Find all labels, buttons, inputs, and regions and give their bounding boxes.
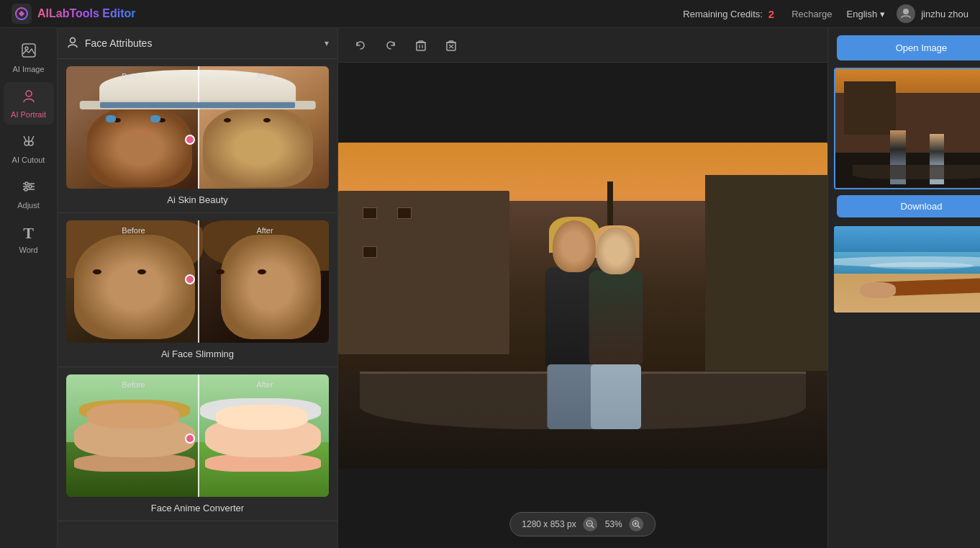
svg-point-12 xyxy=(29,185,32,188)
ai-portrait-icon xyxy=(21,88,37,107)
divider-handle xyxy=(185,135,195,145)
divider-handle xyxy=(185,274,195,284)
face-attributes-dropdown[interactable]: Face Attributes xyxy=(85,37,319,49)
anime-converter-title: Face Anime Converter xyxy=(66,503,329,513)
sidebar-item-label: Word xyxy=(19,246,37,254)
face-attributes-icon xyxy=(66,35,79,51)
svg-point-2 xyxy=(903,9,909,14)
svg-point-14 xyxy=(71,38,76,43)
tool-panel: Face Attributes ▾ Before After xyxy=(58,28,338,548)
sidebar-item-label: AI Image xyxy=(12,65,44,73)
panel-right: Open Image Download xyxy=(827,28,980,548)
download-button[interactable]: Download xyxy=(837,195,980,217)
divider-line xyxy=(198,374,199,497)
canvas-area: 1280 x 853 px 53% xyxy=(338,28,827,548)
logo: AILabTools Editor xyxy=(12,4,136,24)
feature-card-face-slimming[interactable]: Before After xyxy=(58,213,337,367)
sidebar-item-label: Adjust xyxy=(17,201,40,210)
sidebar-item-label: AI Portrait xyxy=(11,110,46,119)
word-icon: T xyxy=(23,224,34,243)
sidebar-item-adjust[interactable]: Adjust xyxy=(4,173,54,215)
tool-panel-header: Face Attributes ▾ xyxy=(58,28,337,59)
thumbnail-2-preview xyxy=(834,226,980,313)
sidebar-item-ai-portrait[interactable]: AI Portrait xyxy=(4,82,54,125)
credits-display: Remaining Credits: 2 xyxy=(683,8,774,20)
undo-button[interactable] xyxy=(350,35,371,56)
language-selector[interactable]: English ▾ xyxy=(847,9,886,19)
zoom-in-button[interactable] xyxy=(630,517,644,531)
ai-image-icon xyxy=(21,42,37,62)
feature-card-anime-converter[interactable]: Before After xyxy=(58,367,337,521)
sidebar-item-word[interactable]: T Word xyxy=(4,218,54,260)
sidebar-item-label: AI Cutout xyxy=(12,156,45,164)
svg-point-4 xyxy=(25,47,28,50)
svg-rect-3 xyxy=(22,44,35,57)
logo-text: AILabTools Editor xyxy=(37,7,136,20)
ai-cutout-icon xyxy=(21,133,37,153)
skin-beauty-title: Ai Skin Beauty xyxy=(66,194,329,205)
credits-value: 2 xyxy=(768,8,774,20)
user-avatar xyxy=(897,4,915,23)
canvas-toolbar xyxy=(338,28,827,63)
face-slimming-title: Ai Face Slimming xyxy=(66,349,329,359)
canvas-main: 1280 x 853 px 53% xyxy=(338,63,827,548)
zoom-out-button[interactable] xyxy=(584,517,598,531)
dropdown-chevron-icon: ▾ xyxy=(325,38,329,48)
face-slimming-image xyxy=(66,220,329,343)
skin-beauty-image xyxy=(66,66,329,189)
sidebar: AI Image AI Portrait AI Cutout xyxy=(0,28,58,548)
clear-all-button[interactable] xyxy=(440,35,462,56)
divider-line xyxy=(198,220,199,343)
svg-point-5 xyxy=(26,91,32,96)
svg-line-27 xyxy=(638,526,640,528)
selected-thumbnail[interactable] xyxy=(834,68,980,189)
delete-button[interactable] xyxy=(410,35,432,56)
svg-point-13 xyxy=(24,188,27,191)
feature-card-skin-beauty[interactable]: Before After xyxy=(58,59,337,213)
credits-label: Remaining Credits: xyxy=(683,9,763,19)
sidebar-item-ai-image[interactable]: AI Image xyxy=(4,37,54,79)
image-dimensions: 1280 x 853 px xyxy=(522,519,576,529)
adjust-icon xyxy=(21,179,37,198)
sidebar-item-ai-cutout[interactable]: AI Cutout xyxy=(4,127,54,170)
main-content: AI Image AI Portrait AI Cutout xyxy=(0,28,980,548)
user-profile[interactable]: jinzhu zhou xyxy=(897,4,968,23)
skin-beauty-preview: Before After xyxy=(66,66,329,189)
lang-chevron-icon: ▾ xyxy=(880,9,885,19)
divider-line xyxy=(198,66,199,189)
app-header: AILabTools Editor Remaining Credits: 2 R… xyxy=(0,0,980,28)
thumbnail-1-preview xyxy=(835,69,980,188)
svg-point-11 xyxy=(25,182,28,185)
open-image-button[interactable]: Open Image xyxy=(837,35,980,60)
zoom-level: 53% xyxy=(605,519,622,529)
thumbnail-2[interactable] xyxy=(834,226,980,313)
recharge-button[interactable]: Recharge xyxy=(791,9,832,19)
face-slimming-preview: Before After xyxy=(66,220,329,343)
main-canvas-image xyxy=(338,143,827,469)
canvas-status-bar: 1280 x 853 px 53% xyxy=(509,512,655,536)
redo-button[interactable] xyxy=(380,35,401,56)
svg-rect-15 xyxy=(417,42,425,50)
anime-converter-preview: Before After xyxy=(66,374,329,497)
username-label: jinzhu zhou xyxy=(921,9,968,19)
language-label: English xyxy=(847,9,878,19)
divider-handle xyxy=(185,434,195,444)
anime-converter-image xyxy=(66,374,329,497)
logo-icon xyxy=(12,4,32,24)
svg-line-24 xyxy=(592,526,594,528)
